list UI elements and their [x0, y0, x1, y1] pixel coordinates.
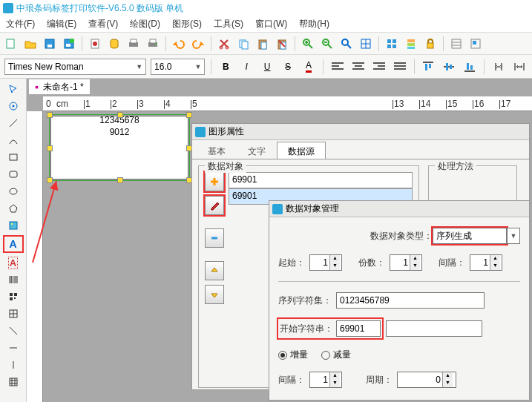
- resize-handle[interactable]: [47, 112, 53, 118]
- print-preview-button[interactable]: [125, 36, 142, 52]
- add-data-button[interactable]: [205, 172, 224, 191]
- open-button[interactable]: [22, 36, 39, 52]
- tab-text[interactable]: 文字: [237, 142, 277, 159]
- valign-top-button[interactable]: [421, 59, 437, 75]
- resize-handle[interactable]: [47, 145, 53, 151]
- undo-button[interactable]: [171, 36, 187, 52]
- underline-button[interactable]: U: [259, 59, 275, 75]
- svg-rect-33: [427, 43, 433, 48]
- zoom-fit-button[interactable]: [338, 36, 355, 52]
- font-family-select[interactable]: Times New Roman ▼: [4, 59, 146, 75]
- navigator-button[interactable]: [467, 36, 484, 52]
- canvas-text-object[interactable]: 12345678 9012: [50, 115, 189, 138]
- font-color-button[interactable]: A: [301, 59, 317, 75]
- paste-button[interactable]: [254, 36, 271, 52]
- svg-point-47: [10, 188, 17, 194]
- curve-tool[interactable]: [5, 133, 22, 148]
- period-spin[interactable]: ▲▼: [397, 372, 456, 388]
- pointer-tool[interactable]: [5, 82, 22, 96]
- panel-title: 图形属性: [208, 125, 244, 138]
- edit-data-button[interactable]: [205, 196, 224, 215]
- qrcode-tool[interactable]: [5, 289, 22, 304]
- gap-spin[interactable]: ▲▼: [470, 254, 502, 271]
- remove-data-button[interactable]: [205, 228, 224, 248]
- menu-help[interactable]: 帮助(H): [293, 18, 335, 30]
- valign-bottom-button[interactable]: [462, 59, 478, 75]
- bold-button[interactable]: B: [217, 59, 234, 75]
- dialog-header[interactable]: 数据对象管理: [269, 201, 529, 217]
- decrement-radio[interactable]: 减量: [321, 349, 351, 361]
- menu-draw[interactable]: 绘图(D): [124, 18, 166, 30]
- menu-edit[interactable]: 编辑(E): [41, 18, 82, 30]
- menu-tool[interactable]: 工具(S): [208, 18, 249, 30]
- new-button[interactable]: [3, 36, 19, 52]
- vline-tool[interactable]: [5, 357, 22, 372]
- redo-button[interactable]: [190, 36, 206, 52]
- svg-rect-2: [47, 45, 52, 47]
- resize-handle[interactable]: [186, 112, 192, 118]
- list-item[interactable]: 69901: [229, 172, 413, 188]
- save-button[interactable]: [42, 36, 58, 52]
- menu-view[interactable]: 查看(V): [82, 18, 124, 30]
- align-left-button[interactable]: [329, 59, 346, 75]
- selection-box[interactable]: 12345678 9012: [49, 114, 190, 181]
- cut-button[interactable]: [216, 36, 232, 52]
- data-type-combo[interactable]: 序列生成: [433, 228, 507, 244]
- align-right-button[interactable]: [371, 59, 387, 75]
- db-button[interactable]: [106, 36, 122, 52]
- svg-rect-53: [14, 297, 16, 299]
- document-tab[interactable]: ▪ 未命名-1 *: [28, 79, 91, 95]
- menu-file[interactable]: 文件(F): [0, 18, 41, 30]
- increment-radio[interactable]: 增量: [278, 349, 308, 361]
- svg-rect-42: [470, 65, 473, 70]
- target-tool[interactable]: [5, 99, 22, 113]
- spacing-wide-button[interactable]: [511, 59, 528, 75]
- zoom-out-button[interactable]: [319, 36, 335, 52]
- svg-rect-17: [242, 42, 248, 49]
- print-button[interactable]: [145, 36, 161, 52]
- resize-handle[interactable]: [117, 177, 123, 183]
- move-down-button[interactable]: [205, 285, 224, 304]
- align-center-button[interactable]: [350, 59, 367, 75]
- strike-button[interactable]: S: [280, 59, 296, 75]
- hline-tool[interactable]: [5, 340, 22, 355]
- font-size-select[interactable]: 16.0 ▼: [151, 59, 205, 75]
- valign-mid-button[interactable]: [441, 59, 457, 75]
- panel-header[interactable]: 图形属性: [192, 124, 529, 140]
- table-tool[interactable]: [5, 306, 22, 321]
- tab-basic[interactable]: 基本: [197, 142, 237, 159]
- saveas-button[interactable]: [61, 36, 77, 52]
- start-spin[interactable]: ▲▼: [309, 254, 342, 271]
- zoom-in-button[interactable]: [300, 36, 316, 52]
- data-type-dropdown-button[interactable]: ▼: [507, 228, 520, 244]
- resize-handle[interactable]: [117, 112, 123, 118]
- tab-datasource[interactable]: 数据源: [277, 142, 326, 159]
- zoom-sel-button[interactable]: [358, 36, 374, 52]
- align-button[interactable]: [384, 36, 400, 52]
- menu-shape[interactable]: 图形(S): [166, 18, 208, 30]
- interval-spin[interactable]: ▲▼: [309, 372, 342, 388]
- copies-spin[interactable]: ▲▼: [390, 254, 422, 271]
- align-justify-button[interactable]: [392, 59, 408, 75]
- svg-rect-27: [393, 39, 396, 43]
- delete-button[interactable]: [274, 36, 290, 52]
- line2-tool[interactable]: [5, 323, 22, 338]
- rect-tool[interactable]: [5, 150, 22, 165]
- data-type-value: 序列生成: [436, 230, 472, 243]
- barcode-tool[interactable]: [5, 272, 22, 287]
- obj-list-button[interactable]: [448, 36, 464, 52]
- grid-tool[interactable]: [5, 375, 22, 389]
- svg-rect-41: [467, 63, 469, 70]
- move-up-button[interactable]: [205, 261, 224, 280]
- layers-button[interactable]: [403, 36, 419, 52]
- copy-button[interactable]: [235, 36, 252, 52]
- startstr-extra-input[interactable]: [386, 320, 482, 337]
- italic-button[interactable]: I: [238, 59, 254, 75]
- spacing-narrow-button[interactable]: [490, 59, 507, 75]
- lock-button[interactable]: [422, 36, 439, 52]
- doc-settings-button[interactable]: [87, 36, 103, 52]
- startstr-input[interactable]: [336, 320, 381, 337]
- charset-input[interactable]: [336, 292, 485, 309]
- line-tool[interactable]: [5, 116, 22, 131]
- menu-window[interactable]: 窗口(W): [249, 18, 293, 30]
